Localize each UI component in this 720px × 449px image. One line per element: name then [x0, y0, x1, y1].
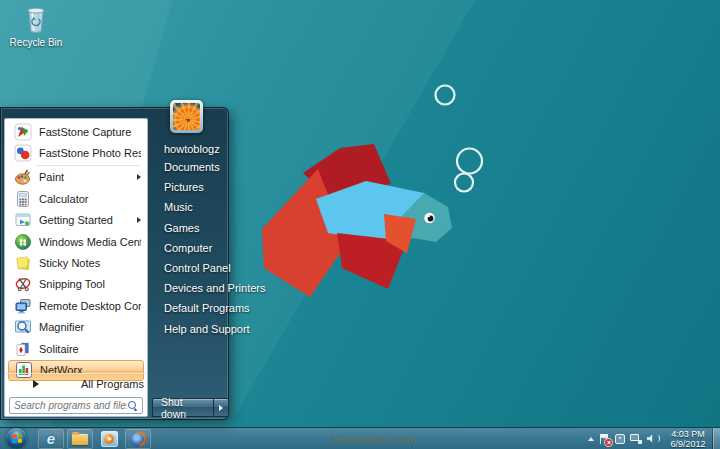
search-icon: [127, 400, 138, 411]
recycle-bin-desktop-icon[interactable]: Recycle Bin: [8, 6, 64, 48]
menu-item-label: Paint: [39, 171, 137, 183]
removable-device-icon[interactable]: [615, 434, 625, 444]
menu-item-label: FastStone Capture: [39, 126, 141, 138]
menu-item-getting-started[interactable]: Getting Started: [6, 210, 146, 231]
menu-link-pictures[interactable]: Pictures: [164, 177, 227, 197]
menu-item-sticky-notes[interactable]: Sticky Notes: [6, 252, 146, 273]
folder-icon: [72, 434, 88, 445]
action-center-flag-icon[interactable]: [599, 433, 610, 445]
windows-flag-icon: [12, 434, 22, 444]
taskbar-windows-media-player[interactable]: [96, 429, 122, 449]
taskbar-windows-explorer[interactable]: [67, 429, 93, 449]
all-programs-item[interactable]: All Programs: [6, 373, 146, 393]
shut-down-button[interactable]: Shut down: [152, 398, 213, 417]
menu-item-paint[interactable]: Paint: [6, 167, 146, 188]
recycle-bin-label: Recycle Bin: [8, 37, 64, 48]
calculator-icon: [14, 190, 32, 208]
alert-badge-icon: [605, 439, 612, 446]
clock-date: 6/9/2012: [665, 439, 711, 449]
menu-link-games[interactable]: Games: [164, 218, 227, 238]
taskbar-clock[interactable]: 4:03 PM 6/9/2012: [665, 429, 711, 449]
start-menu-program-list: FastStone Capture FastStone Photo Resize…: [4, 118, 148, 417]
menu-item-label: Windows Media Center: [39, 236, 141, 248]
menu-item-remote-desktop-connection[interactable]: Remote Desktop Connection: [6, 295, 146, 316]
menu-item-faststone-capture[interactable]: FastStone Capture: [6, 121, 146, 142]
menu-item-label: Magnifier: [39, 321, 141, 333]
menu-item-label: Solitaire: [39, 343, 141, 355]
menu-item-label: Getting Started: [39, 214, 137, 226]
taskbar-firefox[interactable]: [125, 429, 151, 449]
menu-separator: [36, 165, 140, 166]
search-input[interactable]: [14, 400, 127, 411]
menu-link-computer[interactable]: Computer: [164, 238, 227, 258]
all-programs-label: All Programs: [81, 378, 144, 390]
menu-link-help-and-support[interactable]: Help and Support: [164, 319, 227, 339]
windows-media-center-icon: [14, 233, 32, 251]
magnifier-icon: [14, 318, 32, 336]
windows-media-player-icon: [101, 431, 118, 447]
menu-link-control-panel[interactable]: Control Panel: [164, 258, 227, 278]
betta-fish-wallpaper-art: [250, 80, 500, 310]
recycle-bin-icon: [24, 6, 48, 34]
shut-down-label: Shut down: [161, 396, 205, 420]
system-tray: 4:03 PM 6/9/2012: [588, 428, 711, 449]
getting-started-icon: [14, 211, 32, 229]
sticky-notes-icon: [14, 254, 32, 272]
start-menu: FastStone Capture FastStone Photo Resize…: [0, 102, 229, 420]
clock-time: 4:03 PM: [665, 429, 711, 439]
user-name[interactable]: howtoblogz: [164, 143, 220, 155]
start-menu-right-panel: howtoblogz Documents Pictures Music Game…: [148, 107, 229, 420]
start-button[interactable]: [6, 428, 27, 449]
menu-item-label: FastStone Photo Resizer: [39, 147, 141, 159]
menu-link-music[interactable]: Music: [164, 197, 227, 217]
menu-link-devices-and-printers[interactable]: Devices and Printers: [164, 278, 227, 298]
menu-item-label: Sticky Notes: [39, 257, 141, 269]
solitaire-icon: [14, 340, 32, 358]
paint-icon: [14, 168, 32, 186]
menu-item-calculator[interactable]: Calculator: [6, 188, 146, 209]
submenu-arrow-icon: [137, 217, 141, 223]
menu-item-solitaire[interactable]: Solitaire: [6, 338, 146, 359]
menu-item-magnifier[interactable]: Magnifier: [6, 317, 146, 338]
submenu-arrow-icon: [137, 174, 141, 180]
show-desktop-button[interactable]: [712, 428, 720, 449]
menu-item-label: Remote Desktop Connection: [39, 300, 141, 312]
firefox-icon: [130, 431, 146, 447]
all-programs-arrow-icon: [33, 380, 39, 388]
shut-down-options-arrow[interactable]: [213, 398, 229, 417]
desktop: Recycle Bin FastStone Capture FastStone …: [0, 0, 720, 449]
network-icon[interactable]: [630, 434, 642, 444]
start-search-box[interactable]: [9, 397, 143, 414]
menu-item-label: Calculator: [39, 193, 141, 205]
arrow-right-icon: [219, 405, 223, 411]
hidden-icons-chevron-icon[interactable]: [588, 437, 594, 441]
taskbar-internet-explorer[interactable]: [38, 429, 64, 449]
faststone-capture-icon: [14, 123, 32, 141]
internet-explorer-icon: [47, 430, 55, 448]
bubble-eight: [436, 86, 483, 192]
menu-item-faststone-photo-resizer[interactable]: FastStone Photo Resizer: [6, 142, 146, 163]
menu-link-default-programs[interactable]: Default Programs: [164, 298, 227, 318]
volume-icon[interactable]: [647, 434, 660, 443]
remote-desktop-icon: [14, 297, 32, 315]
watermark-text: Howtoblogz.com: [332, 433, 416, 445]
menu-item-snipping-tool[interactable]: Snipping Tool: [6, 274, 146, 295]
user-avatar-photo: [173, 103, 200, 130]
snipping-tool-icon: [14, 275, 32, 293]
taskbar: Howtoblogz.com 4:03 PM 6/9/2012: [0, 427, 720, 449]
user-avatar[interactable]: [170, 100, 203, 133]
menu-item-windows-media-center[interactable]: Windows Media Center: [6, 231, 146, 252]
faststone-photo-resizer-icon: [14, 144, 32, 162]
menu-link-documents[interactable]: Documents: [164, 157, 227, 177]
menu-item-label: Snipping Tool: [39, 278, 141, 290]
